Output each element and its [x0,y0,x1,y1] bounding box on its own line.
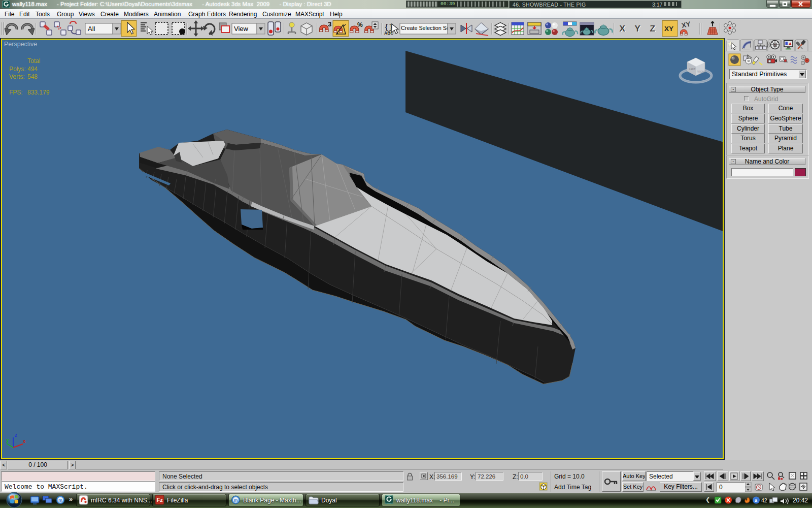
svg-text:%: % [357,21,363,28]
svg-text:All: All [88,25,95,33]
svg-text:»: » [69,496,73,503]
svg-text:XY: XY [664,25,673,33]
svg-text:x: x [23,438,26,444]
svg-text:Fz: Fz [157,497,163,503]
svg-text:View: View [234,25,249,33]
svg-text:Y: Y [635,24,641,34]
svg-text:Z: Z [650,24,655,34]
svg-text:X: X [620,24,626,34]
svg-text:z: z [15,432,17,438]
svg-text:Create Selection Set: Create Selection Set [401,25,451,31]
svg-text:y: y [6,437,9,443]
svg-text:3: 3 [328,20,331,28]
svg-text:42: 42 [761,497,767,503]
svg-text:XY: XY [681,20,692,29]
svg-text:FRONT: FRONT [697,70,705,73]
svg-text:LEFT: LEFT [689,68,695,71]
svg-text:m: m [58,498,62,503]
svg-text:m: m [234,498,238,503]
